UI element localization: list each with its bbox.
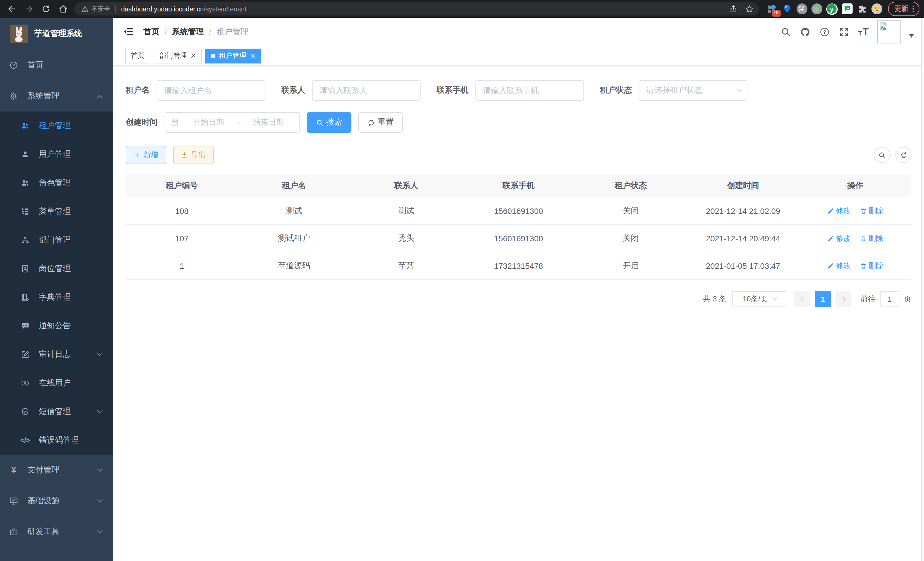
back-icon[interactable] bbox=[4, 2, 18, 16]
users-icon bbox=[21, 178, 30, 188]
sidebar-item-role[interactable]: 角色管理 bbox=[0, 169, 113, 197]
app-title: 芋道管理系统 bbox=[34, 29, 82, 39]
extension-y-icon[interactable]: y bbox=[826, 3, 837, 15]
help-icon[interactable]: ? bbox=[819, 26, 830, 37]
reset-button[interactable]: 重置 bbox=[358, 112, 403, 133]
tree-list-icon bbox=[21, 207, 30, 216]
cell-contact: 芋艿 bbox=[350, 260, 463, 271]
calendar-icon bbox=[171, 118, 179, 126]
date-end-placeholder[interactable]: 结束日期 bbox=[243, 117, 294, 128]
toolbox-icon bbox=[9, 527, 18, 536]
security-chip[interactable]: 不安全 bbox=[81, 5, 110, 13]
avatar-dropdown-caret-icon[interactable] bbox=[909, 34, 914, 38]
edit-link[interactable]: 修改 bbox=[827, 206, 851, 216]
cell-phone: 15601691300 bbox=[463, 234, 575, 243]
close-icon[interactable] bbox=[250, 53, 255, 58]
bookmark-star-icon[interactable] bbox=[742, 2, 756, 16]
goto-page-input[interactable] bbox=[880, 291, 899, 307]
avatar[interactable] bbox=[877, 20, 901, 44]
phone-input[interactable] bbox=[476, 80, 584, 101]
font-size-icon[interactable]: TT bbox=[858, 27, 868, 37]
next-page-button[interactable] bbox=[836, 291, 851, 307]
date-range-picker[interactable]: 开始日期 - 结束日期 bbox=[165, 112, 300, 133]
add-button[interactable]: 新增 bbox=[126, 146, 166, 164]
contact-label: 联系人 bbox=[281, 85, 305, 96]
sidebar-item-dict[interactable]: 字典管理 bbox=[0, 283, 113, 312]
edit-link[interactable]: 修改 bbox=[827, 260, 851, 271]
sidebar-item-error-code[interactable]: </> 错误码管理 bbox=[0, 426, 113, 455]
record-dot bbox=[814, 6, 819, 12]
sidebar-item-online-users[interactable]: 在线用户 bbox=[0, 369, 113, 397]
col-status: 租户状态 bbox=[574, 181, 687, 191]
sidebar-item-infrastructure[interactable]: 基础设施 bbox=[0, 486, 113, 516]
extension-record-icon[interactable] bbox=[811, 3, 822, 14]
online-user-icon bbox=[21, 379, 30, 388]
table-row: 107 测试租户 秃头 15601691300 关闭 2021-12-14 20… bbox=[126, 225, 911, 252]
sidebar-item-dept[interactable]: 部门管理 bbox=[0, 226, 113, 254]
search-button[interactable]: 搜索 bbox=[307, 112, 351, 133]
edit-link[interactable]: 修改 bbox=[827, 233, 851, 243]
forward-icon[interactable] bbox=[22, 2, 35, 16]
extension-puzzle-icon[interactable] bbox=[856, 3, 867, 14]
sidebar-item-home[interactable]: 首页 bbox=[0, 50, 113, 81]
extension-command-icon[interactable]: ⌘ bbox=[796, 3, 807, 14]
tag-home[interactable]: 首页 bbox=[125, 48, 150, 63]
fullscreen-icon[interactable] bbox=[839, 26, 850, 37]
date-start-placeholder[interactable]: 开始日期 bbox=[183, 117, 234, 128]
url-text[interactable]: dashboard.yudao.iocoder.cn/system/tenant bbox=[121, 5, 727, 12]
sidebar-item-label: 审计日志 bbox=[39, 349, 71, 360]
sidebar-item-menu[interactable]: 菜单管理 bbox=[0, 197, 113, 226]
phone-label: 联系手机 bbox=[436, 85, 469, 96]
sidebar-item-sms[interactable]: 短信管理 bbox=[0, 397, 113, 426]
update-button[interactable]: 更新 bbox=[888, 2, 920, 16]
contact-input[interactable] bbox=[312, 80, 421, 101]
sidebar-item-audit-log[interactable]: 审计日志 bbox=[0, 340, 113, 369]
sidebar-item-payment[interactable]: ¥ 支付管理 bbox=[0, 455, 113, 486]
hide-search-button[interactable] bbox=[874, 147, 890, 163]
command-glyph: ⌘ bbox=[798, 5, 805, 13]
sidebar-item-system[interactable]: 系统管理 bbox=[0, 81, 113, 111]
page-size-select[interactable]: 10条/页 bbox=[732, 291, 786, 307]
refresh-icon bbox=[368, 119, 375, 126]
close-icon[interactable] bbox=[191, 53, 196, 58]
breadcrumb-system[interactable]: 系统管理 bbox=[172, 27, 204, 37]
extension-emoji-icon[interactable] bbox=[871, 3, 882, 14]
refresh-table-button[interactable] bbox=[896, 147, 911, 163]
breadcrumb-home[interactable]: 首页 bbox=[143, 27, 159, 37]
url-path: /system/tenant bbox=[204, 5, 247, 12]
share-icon[interactable] bbox=[727, 2, 740, 16]
sidebar-item-post[interactable]: 岗位管理 bbox=[0, 254, 113, 283]
export-button[interactable]: 导出 bbox=[173, 146, 214, 164]
sidebar-collapse-icon[interactable] bbox=[122, 26, 134, 38]
extension-grid-diamond-icon[interactable]: 10 bbox=[766, 3, 777, 14]
system-submenu: 租户管理 用户管理 角色管理 bbox=[0, 111, 113, 455]
window-scrollbar[interactable] bbox=[921, 18, 924, 561]
sidebar-item-user[interactable]: 用户管理 bbox=[0, 140, 113, 169]
extension-chat-icon[interactable] bbox=[842, 3, 852, 14]
tenant-name-input[interactable] bbox=[157, 80, 265, 101]
prev-page-button[interactable] bbox=[794, 291, 810, 307]
tenant-name-label: 租户名 bbox=[126, 85, 150, 96]
code-glyph: </> bbox=[20, 436, 30, 444]
sidebar-item-dev-tools[interactable]: 研发工具 bbox=[0, 516, 113, 547]
status-select[interactable]: 请选择租户状态 bbox=[639, 80, 747, 101]
sidebar-item-tenant[interactable]: 租户管理 bbox=[0, 111, 113, 140]
browser-menu-icon[interactable] bbox=[912, 6, 914, 12]
app-logo[interactable]: 芋道管理系统 bbox=[0, 18, 113, 50]
extension-pin-icon[interactable] bbox=[782, 3, 792, 14]
gear-icon bbox=[9, 92, 18, 101]
delete-link[interactable]: 删除 bbox=[860, 260, 883, 271]
tag-dept[interactable]: 部门管理 bbox=[154, 48, 202, 63]
monitor-icon bbox=[9, 496, 18, 505]
header-search-icon[interactable] bbox=[781, 26, 791, 37]
delete-link[interactable]: 删除 bbox=[860, 233, 883, 243]
delete-link[interactable]: 删除 bbox=[860, 206, 883, 216]
github-icon[interactable] bbox=[800, 26, 811, 37]
tag-tenant-active[interactable]: 租户管理 bbox=[205, 48, 261, 63]
page-number-current[interactable]: 1 bbox=[815, 291, 831, 307]
address-bar[interactable]: 不安全 dashboard.yudao.iocoder.cn/system/te… bbox=[74, 2, 759, 15]
breadcrumb: 首页 / 系统管理 / 租户管理 bbox=[143, 27, 249, 37]
reload-icon[interactable] bbox=[39, 2, 52, 16]
sidebar-item-notice[interactable]: 通知公告 bbox=[0, 312, 113, 340]
home-icon[interactable] bbox=[56, 2, 70, 16]
